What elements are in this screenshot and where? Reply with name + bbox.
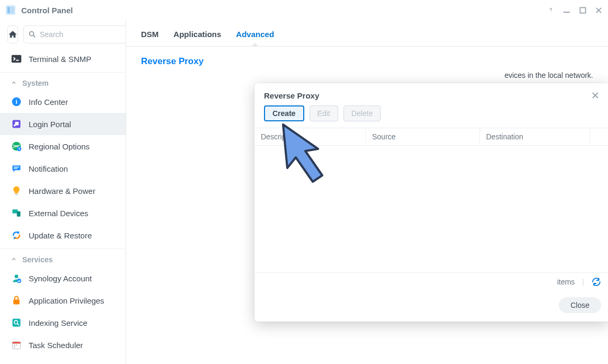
delete-button[interactable]: Delete [343,105,381,121]
terminal-icon [11,53,22,65]
sidebar-item-label: Task Scheduler [29,341,83,350]
search-input[interactable] [40,30,126,39]
sidebar-item-label: Terminal & SNMP [29,55,91,64]
svg-point-19 [17,279,21,283]
close-icon[interactable] [591,91,600,100]
content-area: DSM Applications Advanced Reverse Proxy … [126,20,608,364]
devices-icon [11,207,22,219]
sidebar-item-task-scheduler[interactable]: Task Scheduler [0,334,126,356]
svg-rect-4 [563,12,570,13]
refresh-icon[interactable] [592,277,601,287]
sidebar-item-login-portal[interactable]: Login Portal [0,113,126,135]
section-description-tail: evices in the local network. [505,71,593,79]
sidebar-item-update-restore[interactable]: Update & Restore [0,224,126,246]
sidebar-item-label: Synology Account [29,274,92,283]
svg-point-6 [30,32,34,36]
sidebar-section-services[interactable]: Services [0,248,126,267]
login-portal-icon [11,118,22,130]
svg-rect-24 [13,342,21,343]
close-button[interactable]: Close [559,297,601,313]
sidebar-item-regional-options[interactable]: Regional Options [0,135,126,157]
calendar-icon [11,339,22,351]
sidebar-item-application-privileges[interactable]: Application Privileges [0,289,126,312]
chat-icon [11,163,22,174]
column-destination[interactable]: Destination [480,128,591,145]
sidebar-item-label: Notification [29,164,68,173]
sidebar-item-label: Indexing Service [29,318,87,327]
sidebar-item-notification[interactable]: Notification [0,157,126,180]
section-title: Reverse Proxy [141,56,593,67]
close-icon[interactable] [594,6,603,14]
tabs: DSM Applications Advanced [126,20,608,47]
tab-advanced[interactable]: Advanced [236,30,274,39]
svg-rect-14 [14,168,17,168]
sidebar-item-info-center[interactable]: i Info Center [0,91,126,113]
sidebar-item-label: Info Center [29,97,68,106]
svg-rect-15 [15,194,18,196]
svg-rect-2 [11,7,14,13]
table-header: Description Source Destination [254,128,608,146]
svg-rect-26 [16,344,17,346]
column-description[interactable]: Description [254,128,366,145]
sidebar-item-label: External Devices [29,209,89,218]
sidebar-item-label: Login Portal [29,120,71,129]
edit-button[interactable]: Edit [310,105,338,121]
window-controls [547,6,603,14]
bulb-icon [11,185,22,197]
app-icon [4,4,17,16]
svg-text:i: i [15,98,17,105]
svg-rect-17 [17,211,21,217]
sidebar-item-external-devices[interactable]: External Devices [0,202,126,224]
minimize-icon[interactable] [562,6,571,14]
indexing-icon [11,317,22,329]
sidebar-item-label: Application Privileges [29,296,104,305]
sidebar-item-label: Regional Options [29,142,90,151]
svg-rect-5 [580,7,585,13]
svg-rect-13 [14,167,19,167]
svg-rect-21 [13,319,21,327]
modal-title: Reverse Proxy [264,91,319,100]
info-icon: i [11,96,22,108]
sidebar-item-label: Update & Restore [29,231,92,240]
lock-icon [11,295,22,306]
sync-icon [11,229,22,241]
account-icon [11,272,22,284]
sidebar-item-indexing-service[interactable]: Indexing Service [0,312,126,334]
svg-rect-27 [14,347,15,348]
chevron-up-icon [11,79,18,87]
help-icon[interactable] [547,6,555,14]
globe-icon [11,140,22,152]
table-body [254,146,608,272]
svg-rect-7 [12,55,21,63]
sidebar-item-terminal-snmp[interactable]: Terminal & SNMP [0,48,126,70]
sidebar-section-system[interactable]: System [0,72,126,91]
svg-rect-1 [7,7,10,13]
maximize-icon[interactable] [578,6,587,14]
sidebar-item-label: Hardware & Power [29,187,95,196]
chevron-up-icon [11,256,18,263]
sidebar-section-title: Services [22,255,53,264]
svg-rect-20 [13,299,20,304]
home-button[interactable] [7,25,18,43]
sidebar-section-title: System [22,79,49,87]
reverse-proxy-modal: Reverse Proxy Create Edit Delete Descrip… [254,83,608,322]
search-icon [28,30,37,39]
window-title: Control Panel [21,6,73,15]
search-input-wrap[interactable] [23,25,126,43]
svg-rect-25 [14,344,15,346]
tab-applications[interactable]: Applications [173,30,221,39]
sidebar-item-synology-account[interactable]: Synology Account [0,267,126,289]
svg-point-18 [15,274,19,278]
column-source[interactable]: Source [366,128,480,145]
tab-dsm[interactable]: DSM [141,30,158,39]
status-items-label: items [557,278,575,286]
create-button[interactable]: Create [264,105,304,121]
sidebar-item-hardware-power[interactable]: Hardware & Power [0,180,126,202]
sidebar: Terminal & SNMP System i Info Center Log… [0,20,126,364]
column-spacer [591,128,608,145]
titlebar: Control Panel [0,0,608,20]
svg-rect-0 [6,5,15,15]
svg-point-3 [550,12,551,12]
